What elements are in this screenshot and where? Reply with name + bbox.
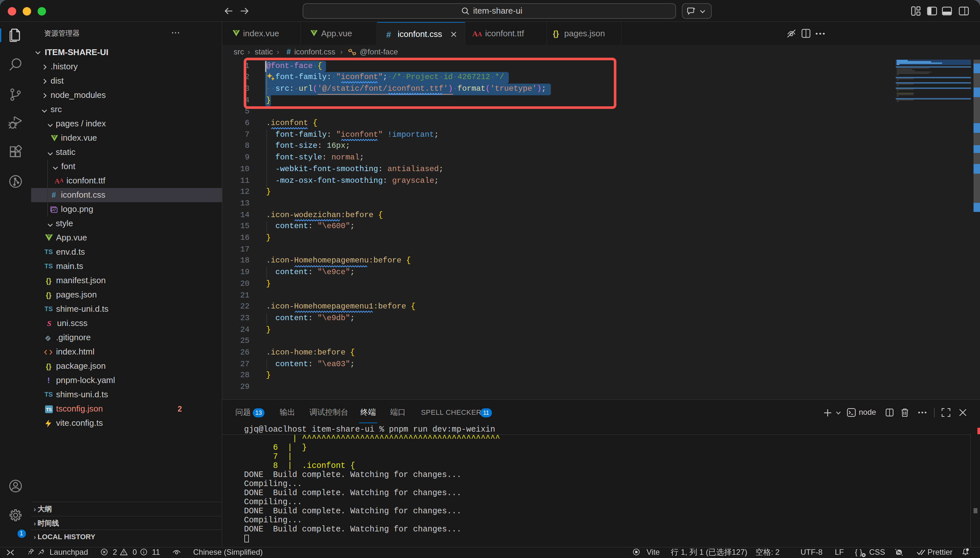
- svg-text:TS: TS: [46, 407, 51, 412]
